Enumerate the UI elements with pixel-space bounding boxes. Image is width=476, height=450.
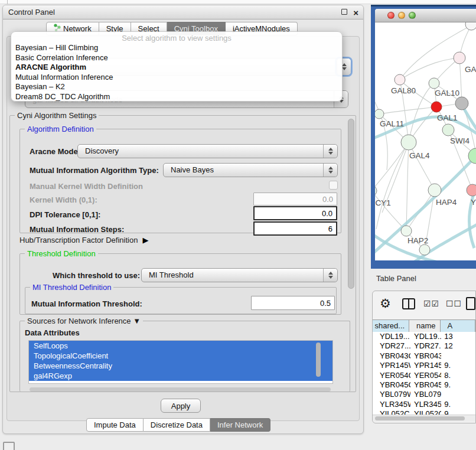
network-node-hap2[interactable] xyxy=(401,226,412,236)
checked-boxes-icon[interactable]: ☑☑ xyxy=(423,299,439,308)
hub-definition-expander[interactable]: Hub/Transcription Factor Definition ▶ xyxy=(19,236,148,244)
document-icon[interactable] xyxy=(466,297,475,310)
close-window-icon[interactable] xyxy=(387,12,395,19)
network-node[interactable] xyxy=(465,22,476,30)
list-hscrollbar-thumb[interactable] xyxy=(30,387,331,392)
bottom-tab-impute-data[interactable]: Impute Data xyxy=(86,418,144,432)
table-cell[interactable]: YPR145W xyxy=(410,361,441,370)
table-cell[interactable]: YBR045C xyxy=(373,380,410,390)
network-edge xyxy=(406,142,409,231)
table-cell[interactable]: YDR27... xyxy=(373,341,410,351)
algorithm-option[interactable]: Bayesian – K2 xyxy=(11,82,342,92)
minimize-window-icon[interactable] xyxy=(398,12,405,19)
table-cell[interactable]: YDR27... xyxy=(410,341,441,351)
table-cell[interactable]: YIL052C xyxy=(410,409,441,415)
columns-icon[interactable] xyxy=(402,298,415,309)
algorithm-option[interactable]: Bayesian – Hill Climbing xyxy=(11,43,342,53)
table-hscrollbar[interactable] xyxy=(373,415,475,422)
network-window-titlebar[interactable] xyxy=(375,9,476,22)
attribute-item[interactable]: TopologicalCoefficient xyxy=(29,351,332,361)
network-node-gal80[interactable] xyxy=(395,74,405,85)
bottom-tab-infer-network[interactable]: Infer Network xyxy=(210,418,270,432)
manual-kernel-width-checkbox[interactable] xyxy=(329,181,338,190)
network-node[interactable] xyxy=(455,97,468,110)
network-node-gal1[interactable] xyxy=(431,102,442,112)
hub-definition-label: Hub/Transcription Factor Definition xyxy=(19,236,138,244)
table-cell[interactable] xyxy=(441,351,475,361)
scrollbar-thumb[interactable] xyxy=(348,119,354,289)
table-hscrollbar-thumb[interactable] xyxy=(375,416,465,420)
network-node-gal11[interactable] xyxy=(375,109,384,119)
data-attributes-list[interactable]: SelfLoopsTopologicalCoefficientBetweenne… xyxy=(28,340,333,384)
table-cell[interactable]: YDL19... xyxy=(373,332,410,341)
apply-button[interactable]: Apply xyxy=(161,399,201,413)
table-cell[interactable]: YDL19... xyxy=(410,332,441,341)
algorithm-option[interactable]: Dream8 DC_TDC Algorithm xyxy=(11,92,342,102)
zoom-window-icon[interactable] xyxy=(409,12,416,19)
table-cell[interactable]: 9. xyxy=(441,380,475,390)
network-canvas[interactable]: GALGAL80GAL10GAL1GAL11SWI4GAL4GCY1HAP4YH… xyxy=(375,22,476,260)
table-cell[interactable]: YBL079W xyxy=(373,390,410,399)
kernel-width-field[interactable] xyxy=(253,193,337,206)
network-node[interactable] xyxy=(419,244,430,255)
table-cell[interactable] xyxy=(441,390,475,399)
table-cell[interactable]: 12 xyxy=(441,341,475,351)
mini-panel-button[interactable] xyxy=(3,442,15,450)
bottom-tab-discretize-data[interactable]: Discretize Data xyxy=(144,418,210,432)
table-row[interactable]: YBL079WYBL079W xyxy=(373,390,475,399)
close-icon[interactable]: × xyxy=(353,6,358,20)
table-cell[interactable]: YIL052C xyxy=(373,409,410,415)
collapse-arrow-icon[interactable]: ▼ xyxy=(133,317,141,325)
table-cell[interactable]: YBR045C xyxy=(410,380,441,390)
algorithm-option[interactable]: Basic Correlation Inference xyxy=(11,53,342,63)
threshold-definition-group: Threshold Definition Which threshold to … xyxy=(19,253,341,315)
mi-threshold-field[interactable] xyxy=(251,296,335,310)
network-node-swi4[interactable] xyxy=(442,124,454,136)
algorithm-option[interactable]: Mutual Information Inference xyxy=(11,73,342,83)
table-cell[interactable]: YER054C xyxy=(410,371,441,380)
column-header-A[interactable]: A xyxy=(441,320,475,332)
table-cell[interactable]: YLR345W xyxy=(410,400,441,409)
column-header-shared...[interactable]: shared... xyxy=(373,320,409,332)
column-header-name[interactable]: name xyxy=(409,320,440,332)
unchecked-boxes-icon[interactable]: ☐☐ xyxy=(446,299,462,308)
table-row[interactable]: YER054CYER054C8. xyxy=(373,371,475,380)
float-icon[interactable] xyxy=(341,9,347,15)
table-cell[interactable]: YBL079W xyxy=(410,390,441,399)
network-node-gal10[interactable] xyxy=(429,78,439,89)
algorithm-option[interactable]: ARACNE Algorithm xyxy=(11,63,342,73)
list-scrollbar-thumb[interactable] xyxy=(316,343,321,377)
table-row[interactable]: YLR345WYLR345W9. xyxy=(373,400,475,409)
attribute-item[interactable]: SelfLoops xyxy=(29,341,332,351)
table-cell[interactable]: 9. xyxy=(441,361,475,370)
attribute-item[interactable]: BetweennessCentrality xyxy=(29,361,332,371)
table-row[interactable]: YBR043CYBR043C xyxy=(373,351,475,361)
gear-icon[interactable]: ⚙ xyxy=(380,296,391,311)
table-row[interactable]: YBR045CYBR045C9. xyxy=(373,380,475,390)
network-node-gal[interactable] xyxy=(454,52,465,64)
table-cell[interactable]: 9. xyxy=(441,400,475,409)
mi-algorithm-type-combobox[interactable]: Naive Bayes xyxy=(163,163,338,177)
table-row[interactable]: YDL19...YDL19...13 xyxy=(373,332,475,341)
network-node-gal4[interactable] xyxy=(401,135,416,150)
mi-steps-field[interactable] xyxy=(253,221,337,236)
network-node-hap4[interactable] xyxy=(428,184,441,197)
sources-group: Sources for Network Inference ▼ Data Att… xyxy=(19,321,350,392)
dpi-tolerance-field[interactable] xyxy=(253,206,337,220)
table-cell[interactable]: YER054C xyxy=(373,371,410,380)
table-cell[interactable]: YPR145W xyxy=(373,361,410,370)
table-cell[interactable]: YLR345W xyxy=(373,400,410,409)
table-row[interactable]: YIL052CYIL052C9 xyxy=(373,409,475,415)
table-cell[interactable]: 8. xyxy=(441,371,475,380)
table-row[interactable]: YDR27...YDR27...12 xyxy=(373,341,475,351)
table-cell[interactable]: YBR043C xyxy=(373,351,410,361)
table-cell[interactable]: 13 xyxy=(441,332,475,341)
aracne-mode-combobox[interactable]: Discovery xyxy=(77,144,338,158)
table-row[interactable]: YPR145WYPR145W9. xyxy=(373,361,475,370)
which-threshold-combobox[interactable]: MI Threshold xyxy=(141,268,338,282)
network-node-y[interactable] xyxy=(467,184,476,196)
table-cell[interactable]: YBR043C xyxy=(410,351,441,361)
attribute-item[interactable]: gal4RGexp xyxy=(29,371,332,381)
table-cell[interactable]: 9 xyxy=(441,409,475,415)
network-node-gcy1[interactable] xyxy=(375,185,377,196)
